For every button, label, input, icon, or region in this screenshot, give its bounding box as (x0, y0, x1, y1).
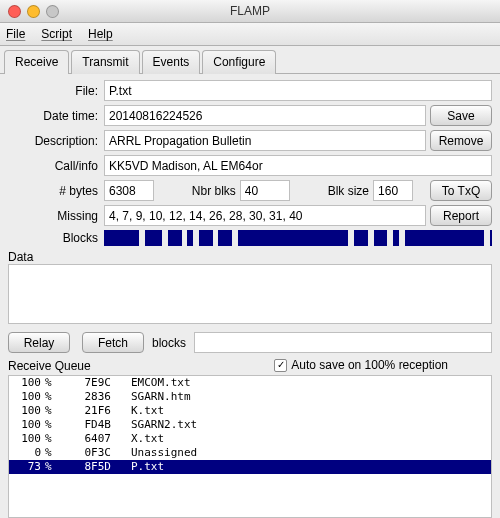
data-textarea[interactable] (8, 264, 492, 324)
nbrblks-field[interactable] (240, 180, 290, 201)
receive-queue-label: Receive Queue (8, 359, 270, 373)
queue-name: X.txt (115, 432, 487, 446)
callinfo-label: Call/info (8, 159, 100, 173)
description-field[interactable] (104, 130, 426, 151)
queue-id: 21F6 (59, 404, 111, 418)
nbytes-field[interactable] (104, 180, 154, 201)
queue-pct: 100 (13, 376, 41, 390)
queue-row[interactable]: 100%6407X.txt (9, 432, 491, 446)
queue-row[interactable]: 100%7E9CEMCOM.txt (9, 376, 491, 390)
autosave-label: Auto save on 100% reception (291, 358, 448, 372)
queue-row[interactable]: 100%2836SGARN.htm (9, 390, 491, 404)
fetch-button[interactable]: Fetch (82, 332, 144, 353)
receive-panel: File: Date time: Save Description: Remov… (0, 74, 500, 518)
missing-label: Missing (8, 209, 100, 223)
relay-button[interactable]: Relay (8, 332, 70, 353)
queue-row[interactable]: 100%FD4BSGARN2.txt (9, 418, 491, 432)
queue-id: 8F5D (59, 460, 111, 474)
queue-name: P.txt (115, 460, 487, 474)
queue-pct: 100 (13, 418, 41, 432)
queue-id: 0F3C (59, 446, 111, 460)
queue-name: K.txt (115, 404, 487, 418)
tab-configure[interactable]: Configure (202, 50, 276, 74)
tab-transmit[interactable]: Transmit (71, 50, 139, 74)
report-button[interactable]: Report (430, 205, 492, 226)
queue-row[interactable]: 100%21F6K.txt (9, 404, 491, 418)
menu-help[interactable]: Help (88, 27, 113, 41)
menubar: File Script Help (0, 23, 500, 46)
blocks-label: Blocks (8, 231, 100, 245)
queue-id: 6407 (59, 432, 111, 446)
queue-id: 2836 (59, 390, 111, 404)
queue-row[interactable]: 0%0F3CUnassigned (9, 446, 491, 460)
autosave-checkbox[interactable]: ✓ Auto save on 100% reception (274, 358, 448, 372)
tab-events[interactable]: Events (142, 50, 201, 74)
description-label: Description: (8, 134, 100, 148)
queue-pct: 0 (13, 446, 41, 460)
callinfo-field[interactable] (104, 155, 492, 176)
file-field[interactable] (104, 80, 492, 101)
file-label: File: (8, 84, 100, 98)
queue-unit: % (45, 432, 55, 446)
missing-field[interactable] (104, 205, 426, 226)
titlebar: FLAMP (0, 0, 500, 23)
zoom-icon[interactable] (46, 5, 59, 18)
queue-id: FD4B (59, 418, 111, 432)
blocks-input[interactable] (194, 332, 492, 353)
blksize-field[interactable] (373, 180, 413, 201)
queue-name: SGARN.htm (115, 390, 487, 404)
queue-name: Unassigned (115, 446, 487, 460)
menu-script[interactable]: Script (41, 27, 72, 41)
tab-receive[interactable]: Receive (4, 50, 69, 74)
window-title: FLAMP (0, 4, 500, 18)
datetime-field[interactable] (104, 105, 426, 126)
to-txq-button[interactable]: To TxQ (430, 180, 492, 201)
nbytes-label: # bytes (8, 184, 100, 198)
tab-bar: Receive Transmit Events Configure (0, 46, 500, 74)
data-label: Data (8, 250, 492, 264)
queue-unit: % (45, 446, 55, 460)
queue-name: SGARN2.txt (115, 418, 487, 432)
menu-file[interactable]: File (6, 27, 25, 41)
app-window: FLAMP File Script Help Receive Transmit … (0, 0, 500, 518)
queue-pct: 100 (13, 432, 41, 446)
queue-row[interactable]: 73%8F5DP.txt (9, 460, 491, 474)
queue-id: 7E9C (59, 376, 111, 390)
queue-name: EMCOM.txt (115, 376, 487, 390)
blocks-progress (104, 230, 492, 246)
queue-pct: 100 (13, 404, 41, 418)
close-icon[interactable] (8, 5, 21, 18)
remove-button[interactable]: Remove (430, 130, 492, 151)
datetime-label: Date time: (8, 109, 100, 123)
nbrblks-label: Nbr blks (192, 184, 236, 198)
queue-pct: 73 (13, 460, 41, 474)
queue-unit: % (45, 376, 55, 390)
blocks-small-label: blocks (152, 336, 186, 350)
check-icon: ✓ (274, 359, 287, 372)
queue-unit: % (45, 404, 55, 418)
window-controls (0, 5, 59, 18)
blksize-label: Blk size (328, 184, 369, 198)
receive-queue[interactable]: 100%7E9CEMCOM.txt100%2836SGARN.htm100%21… (8, 375, 492, 518)
queue-pct: 100 (13, 390, 41, 404)
queue-unit: % (45, 418, 55, 432)
minimize-icon[interactable] (27, 5, 40, 18)
queue-unit: % (45, 390, 55, 404)
save-button[interactable]: Save (430, 105, 492, 126)
queue-unit: % (45, 460, 55, 474)
